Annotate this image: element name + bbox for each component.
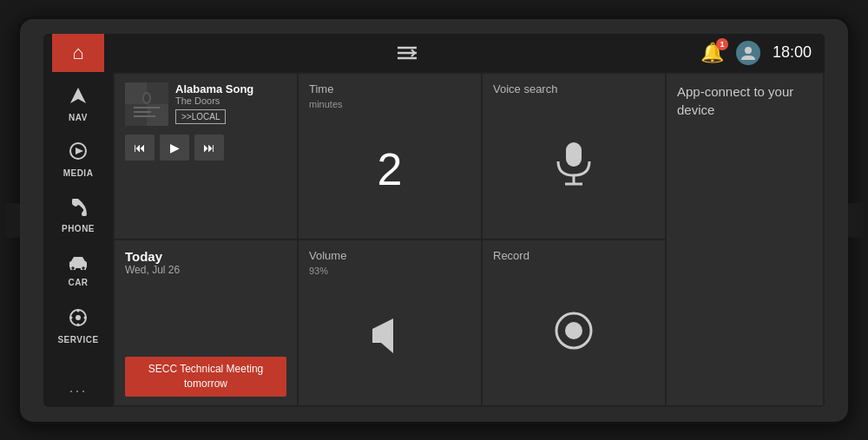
volume-icon <box>309 276 470 397</box>
music-text: Alabama Song The Doors >>LOCAL <box>175 82 286 124</box>
media-label: MEDIA <box>63 168 94 178</box>
service-icon <box>69 308 88 332</box>
time-tile[interactable]: Time minutes 2 <box>299 74 481 239</box>
app-connect-text: App-connect to your device <box>677 82 812 119</box>
svg-marker-4 <box>70 88 86 103</box>
svg-point-14 <box>70 316 73 319</box>
music-artist: The Doors <box>175 95 286 106</box>
service-label: SERVICE <box>57 335 98 345</box>
svg-rect-24 <box>566 142 582 167</box>
date-tile[interactable]: Today Wed, Jul 26 SECC Technical Meeting… <box>115 240 297 405</box>
main-area: NAV MEDIA <box>43 72 825 407</box>
record-icon <box>493 266 654 397</box>
svg-point-29 <box>565 322 582 339</box>
svg-rect-22 <box>134 111 151 113</box>
screen: ⌂ 🔔 1 <box>43 34 825 407</box>
record-tile[interactable]: Record <box>483 240 665 405</box>
svg-rect-23 <box>134 115 155 117</box>
music-info: Alabama Song The Doors >>LOCAL <box>125 82 286 126</box>
voice-label: Voice search <box>493 82 654 95</box>
record-label: Record <box>493 249 654 262</box>
music-title: Alabama Song <box>175 82 286 95</box>
bell-badge: 1 <box>716 38 728 50</box>
volume-sub: 93% <box>309 266 470 276</box>
album-art <box>125 82 168 126</box>
svg-point-9 <box>82 266 86 270</box>
top-bar-right: 🔔 1 18:00 <box>700 41 816 65</box>
svg-point-20 <box>144 94 149 102</box>
top-bar: ⌂ 🔔 1 <box>43 34 825 72</box>
svg-point-12 <box>77 309 80 312</box>
device-frame: ⌂ 🔔 1 <box>17 16 851 424</box>
mount-left <box>4 203 20 238</box>
content-grid: Alabama Song The Doors >>LOCAL ⏮ ▶ ⏭ Tim… <box>113 72 825 407</box>
svg-marker-6 <box>76 148 83 154</box>
sidebar-item-car[interactable]: CAR <box>47 244 109 298</box>
phone-icon <box>69 197 87 220</box>
album-art-inner <box>125 82 168 126</box>
home-icon: ⌂ <box>72 42 83 64</box>
time-tile-sub: minutes <box>309 99 470 109</box>
local-button[interactable]: >>LOCAL <box>175 109 226 124</box>
svg-point-3 <box>745 47 752 54</box>
home-tab[interactable]: ⌂ <box>52 34 104 72</box>
sidebar-item-phone[interactable]: PHONE <box>47 188 109 242</box>
svg-marker-27 <box>372 319 393 353</box>
svg-point-8 <box>71 266 76 270</box>
date-full: Wed, Jul 26 <box>125 264 286 276</box>
sidebar: NAV MEDIA <box>43 72 113 407</box>
next-button[interactable]: ⏭ <box>194 135 224 161</box>
prev-button[interactable]: ⏮ <box>125 135 155 161</box>
top-bar-middle <box>113 46 700 60</box>
music-controls: ⏮ ▶ ⏭ <box>125 135 286 161</box>
sidebar-item-service[interactable]: SERVICE <box>47 299 109 353</box>
time-tile-label: Time <box>309 82 470 95</box>
user-avatar[interactable] <box>736 41 760 65</box>
play-button[interactable]: ▶ <box>160 135 189 161</box>
car-icon <box>67 254 89 274</box>
voice-tile[interactable]: Voice search <box>483 74 665 239</box>
date-day: Today <box>125 249 286 264</box>
volume-tile[interactable]: Volume 93% <box>299 240 481 405</box>
nav-icon <box>69 86 88 109</box>
phone-label: PHONE <box>62 224 95 233</box>
sidebar-item-nav[interactable]: NAV <box>47 77 109 131</box>
media-icon <box>69 141 88 165</box>
menu-icon[interactable] <box>398 46 417 60</box>
sidebar-more[interactable]: ··· <box>69 382 87 400</box>
nav-label: NAV <box>69 113 88 122</box>
car-label: CAR <box>68 278 88 287</box>
mount-right <box>848 203 864 238</box>
bell-wrapper[interactable]: 🔔 1 <box>700 42 724 64</box>
clock-display: 18:00 <box>773 43 816 62</box>
volume-label: Volume <box>309 249 470 262</box>
svg-point-15 <box>84 316 87 319</box>
microphone-icon <box>493 99 654 230</box>
svg-point-13 <box>77 323 80 325</box>
svg-rect-21 <box>134 107 160 108</box>
event-box[interactable]: SECC Technical Meeting tomorrow <box>125 357 286 397</box>
app-connect-tile[interactable]: App-connect to your device <box>667 74 823 405</box>
sidebar-item-media[interactable]: MEDIA <box>47 133 109 187</box>
svg-point-11 <box>76 315 81 320</box>
music-tile[interactable]: Alabama Song The Doors >>LOCAL ⏮ ▶ ⏭ <box>115 74 297 239</box>
time-value: 2 <box>309 109 470 230</box>
